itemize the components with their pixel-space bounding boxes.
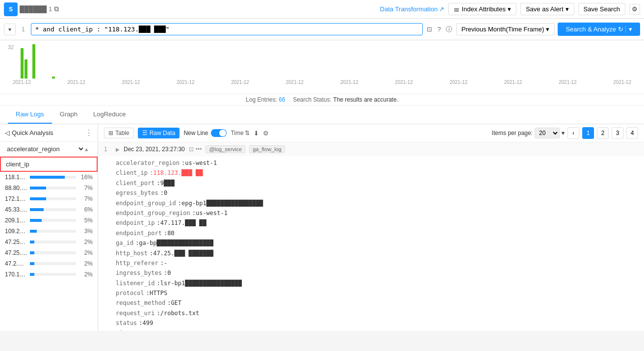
index-attr-label: Index Attributes	[462, 5, 506, 13]
field-key: http_host	[116, 248, 148, 258]
log-entry-more-icon[interactable]: •••	[196, 146, 202, 153]
log-field-request-method: request_method :GET	[116, 298, 638, 308]
x-label-4: 2021-12	[231, 80, 249, 85]
log-field-endpoint-group-id: endpoint_group_id :epg-bp1██████████████…	[116, 198, 638, 208]
field-key: time	[116, 328, 130, 331]
settings-button[interactable]: ⚙	[629, 4, 640, 15]
save-alert-label: Save as Alert	[526, 5, 564, 13]
chart-y-max: 32	[8, 44, 14, 50]
tabs-bar: Raw Logs Graph LogReduce	[0, 106, 644, 124]
new-line-switch[interactable]	[211, 129, 227, 137]
time-frame-button[interactable]: Previous Month(Time Frame) ▾	[456, 23, 555, 35]
log-tag-flow[interactable]: ga_flow_log	[249, 145, 285, 153]
field-selector: accelerator_region client_ip ▴	[0, 142, 98, 157]
page-prev-button[interactable]: ‹	[567, 127, 579, 139]
field-value-pct-5: 3%	[78, 228, 93, 235]
log-entry-num: 1	[104, 146, 112, 153]
chevron-left-icon[interactable]: ◁	[5, 129, 10, 136]
field-key: status	[116, 318, 137, 328]
tab-raw-logs[interactable]: Raw Logs	[8, 106, 52, 124]
field-value-8[interactable]: 47.2.███ ██ 2%	[0, 258, 98, 269]
field-value-bar-1	[30, 187, 46, 189]
field-value-5[interactable]: 109.237.███.██ 3%	[0, 226, 98, 237]
x-label-11: 2021-12	[613, 80, 631, 85]
field-value-bar-0	[30, 176, 65, 179]
sort-arrows-icon: ⇅	[245, 130, 250, 136]
log-field-endpoint-ip: endpoint_ip :47.117.███ ██	[116, 218, 638, 228]
quick-analysis-header: ◁ Quick Analysis ⋮	[0, 124, 98, 142]
line-number: 1	[19, 26, 28, 33]
save-search-button[interactable]: Save Search	[578, 3, 625, 15]
page-3-button[interactable]: 3	[612, 127, 623, 139]
field-value-pct-3: 6%	[78, 206, 93, 213]
items-per-page-label: Items per page:	[492, 130, 533, 136]
field-value-2[interactable]: 172.104.███ ██ 7%	[0, 193, 98, 204]
search-input[interactable]	[31, 23, 423, 35]
field-value-text-3: 45.33.███ ██	[5, 206, 28, 213]
index-attributes-button[interactable]: ⚌ Index Attributes ▾	[448, 3, 516, 15]
quick-analysis-menu-icon[interactable]: ⋮	[85, 128, 93, 137]
log-field-client-port: client_port :9███	[116, 178, 638, 188]
page-4-button[interactable]: 4	[626, 127, 638, 139]
question-icon-button[interactable]: ?	[436, 25, 441, 34]
field-key: client_port	[116, 178, 155, 188]
refresh-icon: ↻	[618, 26, 623, 33]
table-icon: ⊞	[108, 130, 113, 136]
items-per-page: Items per page: 20 50 100 ▾	[492, 128, 565, 138]
log-field-ga-id: ga_id :ga-bp████████████████	[116, 238, 638, 248]
x-label-2: 2021-12	[122, 80, 140, 85]
info-icon-button[interactable]: ⓘ	[445, 24, 453, 35]
field-key: http_referer	[116, 258, 158, 268]
x-label-7: 2021-12	[395, 80, 413, 85]
time-sort-button[interactable]: Time ⇅	[231, 130, 249, 136]
download-button[interactable]: ⬇	[254, 130, 259, 137]
field-value-6[interactable]: 47.253.███ ██ 2%	[0, 237, 98, 247]
log-field-ingress-bytes: ingress_bytes :0	[116, 268, 638, 278]
table-view-button[interactable]: ⊞ Table	[104, 128, 134, 138]
save-alert-button[interactable]: Save as Alert ▾	[520, 3, 574, 15]
field-item-client-ip[interactable]: client_ip	[0, 157, 98, 172]
data-transform-button[interactable]: Data Transformation ↗	[380, 5, 445, 13]
field-value-1[interactable]: 88.80.███ ███ 7%	[0, 183, 98, 193]
x-label-10: 2021-12	[559, 80, 577, 85]
raw-data-button[interactable]: ☰ Raw Data	[138, 128, 180, 138]
field-value-bar-5	[30, 230, 37, 233]
field-dropdown[interactable]: accelerator_region client_ip	[5, 145, 85, 153]
field-value-bar-wrap-4	[30, 219, 76, 222]
tab-graph[interactable]: Graph	[52, 106, 85, 124]
field-value-9[interactable]: 170.18.███ ██ 2%	[0, 269, 98, 280]
field-value-pct-4: 5%	[78, 217, 93, 224]
main-content: ◁ Quick Analysis ⋮ accelerator_region cl…	[0, 124, 644, 331]
log-entry-doc-icon[interactable]: ⊡	[189, 146, 194, 153]
page-2-button[interactable]: 2	[597, 127, 609, 139]
field-value-3[interactable]: 45.33.███ ██ 6%	[0, 204, 98, 215]
field-value-7[interactable]: 47.25.███ ██ 2%	[0, 247, 98, 258]
search-analyze-button[interactable]: Search & Analyze ↻ ▾	[558, 23, 640, 36]
log-entry-icons: ⊡ •••	[189, 146, 202, 153]
share-icon-button[interactable]: ⊡	[426, 25, 433, 34]
field-scroll-up[interactable]: ▴	[85, 145, 93, 153]
search-dropdown-button[interactable]: ▾	[4, 24, 16, 35]
field-val: :epg-bp1████████████████	[178, 198, 263, 208]
app-logo: S ██████ 1 ⧉	[4, 2, 59, 16]
field-value-pct-6: 2%	[78, 239, 93, 245]
columns-settings-button[interactable]: ⚙	[263, 130, 269, 137]
field-value-0[interactable]: 118.123.███ ██ 16%	[0, 172, 98, 183]
x-label-6: 2021-12	[340, 80, 359, 85]
items-per-page-select[interactable]: 20 50 100	[535, 128, 560, 138]
field-value-bar-7	[30, 251, 34, 254]
expand-arrow-icon[interactable]: ▶	[116, 147, 120, 152]
raw-data-icon: ☰	[142, 130, 148, 136]
search-analyze-dropdown-icon: ▾	[625, 26, 632, 33]
field-value-4[interactable]: 209.141.███ ██ 5%	[0, 215, 98, 226]
field-value-bar-wrap-8	[30, 262, 76, 265]
content-toolbar: ⊞ Table ☰ Raw Data New Line Time ⇅ ⬇ ⚙	[98, 124, 644, 142]
log-field-accelerator-region: accelerator_region :us-west-1	[116, 158, 638, 168]
field-value-bar-4	[30, 219, 42, 222]
field-value-text-7: 47.25.███ ██	[5, 249, 28, 256]
tab-logreduce[interactable]: LogReduce	[85, 106, 134, 124]
field-key: ingress_bytes	[116, 268, 162, 278]
logo-icon: S	[4, 2, 18, 16]
page-1-button[interactable]: 1	[582, 127, 594, 139]
log-tag-service[interactable]: @log_service	[206, 145, 245, 153]
